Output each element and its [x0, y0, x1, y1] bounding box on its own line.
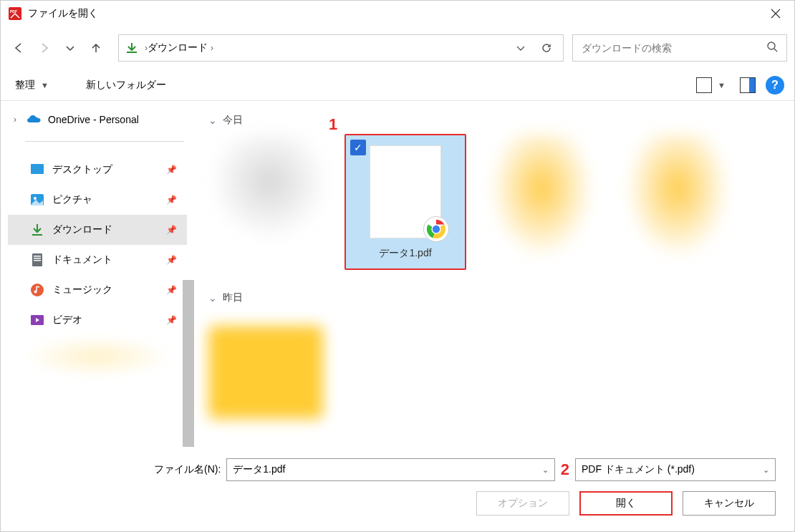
filename-input[interactable]: ⌄: [226, 458, 554, 481]
search-input[interactable]: [582, 42, 766, 54]
address-dropdown[interactable]: [510, 37, 531, 59]
pin-icon: 📌: [166, 225, 177, 235]
file-pane[interactable]: ⌄ 今日 1 ✓ データ1.pdf ⌄ 昨日: [194, 101, 783, 447]
filter-label: PDF ドキュメント (*.pdf): [582, 463, 763, 476]
scrollbar-thumb[interactable]: [183, 280, 194, 447]
svg-point-2: [768, 42, 775, 49]
qa-label: ピクチャ: [52, 193, 92, 206]
filename-label: ファイル名(N):: [154, 463, 221, 476]
up-button[interactable]: [85, 37, 107, 59]
tree-onedrive[interactable]: › OneDrive - Personal: [8, 107, 187, 132]
options-button[interactable]: オプション: [476, 491, 569, 516]
qa-label: ビデオ: [52, 314, 82, 327]
svg-point-10: [31, 284, 44, 296]
video-icon: [29, 312, 45, 328]
search-icon[interactable]: [766, 41, 778, 55]
onedrive-icon: [26, 112, 42, 127]
filename-field[interactable]: [233, 464, 541, 475]
group-yesterday[interactable]: ⌄ 昨日: [208, 291, 768, 304]
breadcrumb-folder[interactable]: ダウンロード: [148, 42, 208, 54]
download-folder-icon: [125, 41, 139, 55]
close-button[interactable]: [760, 1, 791, 26]
chevron-down-icon: ▼: [718, 81, 726, 90]
new-folder-button[interactable]: 新しいフォルダー: [82, 76, 170, 95]
qa-music[interactable]: ミュージック 📌: [8, 275, 187, 305]
refresh-button[interactable]: [536, 37, 557, 59]
nav-row: › ダウンロード ›: [1, 26, 794, 69]
recent-dropdown[interactable]: [59, 37, 81, 59]
group-label: 昨日: [223, 291, 243, 304]
window-title: ファイルを開く: [28, 7, 760, 20]
chevron-down-icon: ⌄: [763, 465, 769, 475]
qa-downloads[interactable]: ダウンロード 📌: [8, 215, 187, 245]
footer: ファイル名(N): ⌄ 2 PDF ドキュメント (*.pdf) ⌄ オプション…: [1, 447, 794, 531]
file-item[interactable]: [208, 134, 330, 270]
address-bar[interactable]: › ダウンロード ›: [118, 34, 564, 62]
file-item[interactable]: [208, 311, 330, 447]
sidebar: › OneDrive - Personal デスクトップ 📌 ピクチャ 📌 ダウ…: [1, 101, 194, 447]
chevron-down-icon: ⌄: [208, 292, 217, 304]
open-label: 開く: [616, 497, 636, 510]
chevron-down-icon: ⌄: [208, 115, 217, 126]
file-thumbnail: [370, 145, 441, 238]
svg-rect-3: [31, 164, 44, 174]
tree-label: OneDrive - Personal: [48, 114, 139, 125]
forward-button[interactable]: [34, 37, 55, 59]
checked-icon: ✓: [350, 140, 366, 155]
qa-label: ミュージック: [52, 284, 112, 296]
cancel-button[interactable]: キャンセル: [683, 491, 776, 516]
organize-button[interactable]: 整理 ▼: [11, 76, 53, 95]
desktop-icon: [29, 162, 45, 178]
blurred-item: [22, 335, 173, 378]
pin-icon: 📌: [166, 195, 177, 205]
downloads-icon: [29, 222, 45, 238]
svg-text:PDF: PDF: [10, 9, 17, 14]
svg-point-16: [433, 226, 440, 233]
file-item[interactable]: [617, 134, 738, 270]
chevron-right-icon: ›: [211, 43, 213, 53]
qa-desktop[interactable]: デスクトップ 📌: [8, 155, 187, 185]
back-button[interactable]: [8, 37, 29, 59]
qa-video[interactable]: ビデオ 📌: [8, 305, 187, 335]
toolbar: 整理 ▼ 新しいフォルダー ▼ ?: [1, 69, 794, 101]
qa-label: デスクトップ: [52, 163, 112, 176]
options-label: オプション: [498, 497, 548, 510]
app-pdf-icon: PDF: [8, 6, 22, 21]
view-icon: [696, 77, 712, 93]
help-button[interactable]: ?: [766, 76, 784, 95]
pin-icon: 📌: [166, 285, 177, 295]
svg-rect-9: [34, 260, 41, 261]
search-box[interactable]: [572, 34, 787, 62]
file-name: データ1.pdf: [379, 247, 431, 260]
file-item-selected[interactable]: 1 ✓ データ1.pdf: [344, 134, 466, 270]
new-folder-label: 新しいフォルダー: [86, 79, 166, 92]
pin-icon: 📌: [166, 315, 177, 325]
open-button[interactable]: 開く: [579, 491, 673, 516]
group-label: 今日: [223, 114, 243, 127]
svg-rect-8: [34, 258, 41, 259]
chevron-down-icon[interactable]: ⌄: [542, 465, 549, 475]
pin-icon: 📌: [166, 255, 177, 265]
pin-icon: 📌: [166, 165, 177, 175]
file-item[interactable]: [481, 134, 602, 270]
qa-label: ダウンロード: [52, 223, 112, 236]
svg-point-11: [34, 291, 37, 294]
chevron-right-icon: ›: [14, 115, 26, 125]
pictures-icon: [29, 192, 45, 208]
preview-pane-icon: [740, 77, 756, 93]
svg-rect-7: [34, 256, 41, 257]
content-scrollbar[interactable]: [783, 101, 794, 447]
filter-select[interactable]: PDF ドキュメント (*.pdf) ⌄: [575, 458, 776, 481]
organize-label: 整理: [15, 79, 35, 92]
titlebar: PDF ファイルを開く: [1, 1, 794, 26]
qa-documents[interactable]: ドキュメント 📌: [8, 245, 187, 275]
cancel-label: キャンセル: [704, 497, 754, 510]
divider: [25, 141, 184, 142]
annotation-2: 2: [561, 460, 569, 479]
music-icon: [29, 282, 45, 298]
documents-icon: [29, 252, 45, 268]
view-mode-button[interactable]: ▼: [692, 74, 730, 96]
group-today[interactable]: ⌄ 今日: [208, 114, 768, 127]
qa-pictures[interactable]: ピクチャ 📌: [8, 185, 187, 215]
preview-pane-button[interactable]: [736, 74, 760, 96]
